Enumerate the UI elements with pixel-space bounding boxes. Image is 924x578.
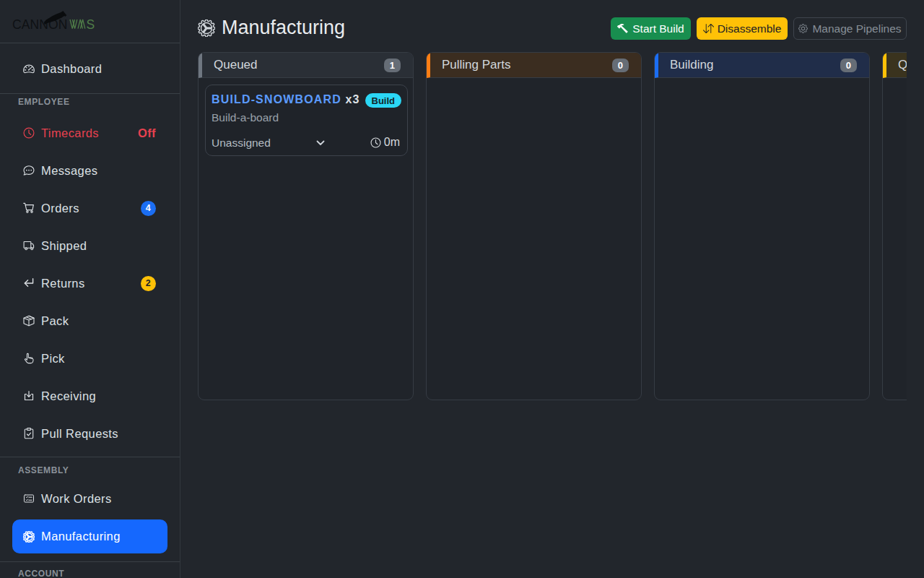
svg-text:S: S — [87, 17, 95, 32]
svg-text:CANNON: CANNON — [12, 17, 67, 32]
